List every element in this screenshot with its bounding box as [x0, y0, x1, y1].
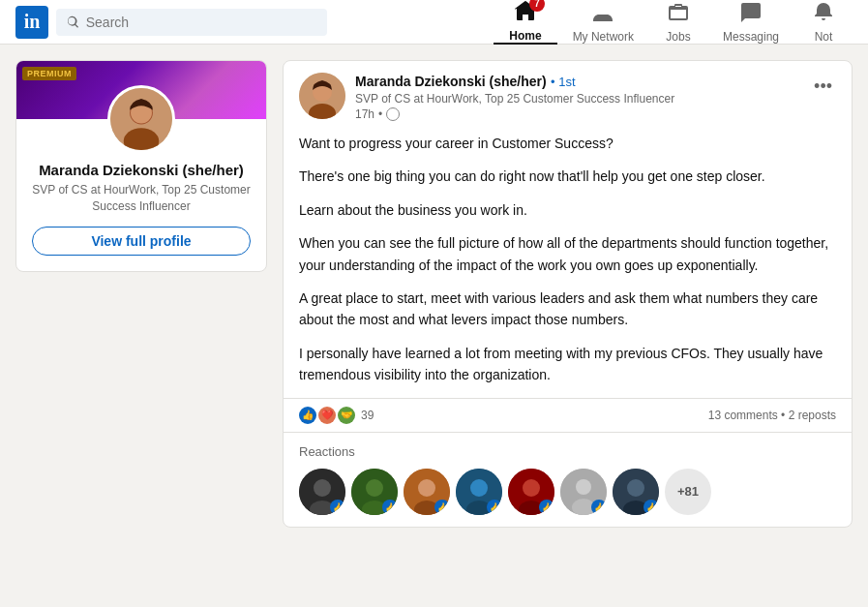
reaction-avatar-4[interactable]: 👍: [456, 469, 502, 515]
globe-icon: [386, 107, 400, 121]
feed: Maranda Dziekonski (she/her) • 1st SVP o…: [283, 60, 853, 528]
navbar-left: in: [15, 6, 327, 39]
post-time-separator: •: [378, 107, 382, 121]
post-author-title: SVP of CS at HourWork, Top 25 Customer S…: [355, 92, 800, 106]
sidebar: PREMIUM Maranda Dziekonski (she/her): [15, 60, 267, 528]
svg-point-11: [366, 479, 383, 497]
reactions-count: 39: [361, 409, 374, 422]
svg-point-17: [470, 479, 488, 497]
search-icon: [66, 15, 80, 30]
post-paragraph-1: Want to progress your career in Customer…: [299, 133, 836, 154]
profile-name: Maranda Dziekonski (she/her): [32, 162, 251, 178]
post-time-text: 17h: [355, 107, 374, 121]
reaction-emojis: 👍 ❤️ 🤝 39: [299, 407, 374, 424]
main-layout: PREMIUM Maranda Dziekonski (she/her): [0, 45, 868, 543]
support-emoji: 🤝: [338, 407, 355, 424]
reactions-plus-count[interactable]: +81: [665, 469, 711, 515]
jobs-label: Jobs: [666, 30, 690, 44]
nav-item-jobs[interactable]: Jobs: [649, 0, 707, 45]
nav-icons: 7 Home My Network Jobs: [494, 0, 853, 45]
post-author-name[interactable]: Maranda Dziekonski (she/her): [355, 74, 547, 89]
profile-avatar: [107, 85, 175, 153]
nav-item-messaging[interactable]: Messaging: [707, 0, 794, 45]
svg-point-14: [418, 479, 435, 497]
my-network-icon-wrapper: [591, 1, 614, 28]
post-paragraph-6: I personally have learned a lot from mee…: [299, 343, 836, 386]
notifications-label: Not: [815, 30, 833, 44]
navbar: in 7 Home My Network: [0, 0, 868, 45]
post-avatar-image: [299, 73, 345, 119]
reaction-like-icon-1: 👍: [330, 500, 345, 515]
reactions-title: Reactions: [299, 444, 836, 459]
linkedin-logo[interactable]: in: [15, 6, 48, 39]
heart-emoji: ❤️: [318, 407, 336, 424]
reaction-avatar-5[interactable]: 👍: [508, 469, 554, 515]
svg-point-8: [314, 479, 331, 497]
profile-avatar-image: [110, 85, 172, 153]
my-network-label: My Network: [573, 30, 634, 44]
like-emoji: 👍: [299, 407, 316, 424]
post-card: Maranda Dziekonski (she/her) • 1st SVP o…: [283, 60, 853, 528]
svg-point-23: [576, 479, 591, 495]
jobs-icon: [667, 1, 690, 24]
post-time: 17h •: [355, 107, 800, 121]
reaction-avatar-7[interactable]: 👍: [613, 469, 659, 515]
home-icon-wrapper: 7: [514, 0, 537, 27]
post-author-connection-badge: • 1st: [551, 75, 576, 89]
reaction-avatar-1[interactable]: 👍: [299, 469, 345, 515]
search-box[interactable]: [56, 9, 327, 36]
messaging-icon-wrapper: [739, 1, 763, 28]
profile-title: SVP of CS at HourWork, Top 25 Customer S…: [32, 182, 251, 215]
post-header: Maranda Dziekonski (she/her) • 1st SVP o…: [284, 61, 852, 133]
post-paragraph-5: A great place to start, meet with variou…: [299, 288, 836, 331]
profile-banner: PREMIUM: [16, 61, 266, 119]
reaction-avatar-2[interactable]: 👍: [351, 469, 398, 515]
my-network-icon: [591, 1, 614, 24]
profile-card: PREMIUM Maranda Dziekonski (she/her): [15, 60, 267, 272]
reaction-like-icon-7: 👍: [644, 500, 659, 515]
post-paragraph-4: When you can see the full picture of how…: [299, 232, 836, 276]
post-more-options-button[interactable]: •••: [810, 73, 836, 101]
svg-point-20: [523, 479, 540, 497]
reaction-like-icon-6: 👍: [591, 500, 607, 515]
reaction-like-icon-5: 👍: [539, 500, 554, 515]
svg-point-26: [627, 479, 644, 497]
post-stats: 👍 ❤️ 🤝 39 13 comments • 2 reposts: [284, 398, 852, 432]
nav-item-notifications[interactable]: Not: [794, 0, 853, 45]
home-label: Home: [509, 29, 541, 43]
reaction-like-icon-4: 👍: [487, 500, 502, 515]
reactions-avatars: 👍 👍: [299, 469, 836, 515]
reactions-section: Reactions 👍: [284, 432, 852, 527]
profile-avatar-wrapper: [107, 85, 175, 153]
search-input[interactable]: [86, 15, 317, 30]
reaction-like-icon-2: 👍: [382, 500, 398, 515]
post-body: Want to progress your career in Customer…: [284, 133, 852, 398]
notifications-icon-wrapper: [812, 1, 835, 28]
post-author-info: Maranda Dziekonski (she/her) • 1st SVP o…: [355, 73, 800, 121]
jobs-icon-wrapper: [667, 1, 690, 28]
post-paragraph-2: There's one big thing you can do right n…: [299, 166, 836, 187]
post-paragraph-3: Learn about the business you work in.: [299, 199, 836, 221]
messaging-icon: [739, 1, 763, 24]
messaging-label: Messaging: [723, 30, 779, 44]
post-author-name-line: Maranda Dziekonski (she/her) • 1st: [355, 73, 800, 90]
comments-reposts-count: 13 comments • 2 reposts: [708, 409, 836, 422]
view-profile-button[interactable]: View full profile: [32, 227, 251, 256]
home-badge: 7: [529, 0, 545, 12]
nav-item-home[interactable]: 7 Home: [494, 0, 556, 45]
notifications-icon: [812, 1, 835, 24]
reaction-avatar-3[interactable]: 👍: [404, 469, 450, 515]
nav-item-my-network[interactable]: My Network: [557, 0, 649, 45]
reaction-like-icon-3: 👍: [434, 500, 450, 515]
premium-badge: PREMIUM: [22, 67, 76, 80]
post-author-avatar: [299, 73, 345, 119]
reaction-avatar-6[interactable]: 👍: [560, 469, 607, 515]
